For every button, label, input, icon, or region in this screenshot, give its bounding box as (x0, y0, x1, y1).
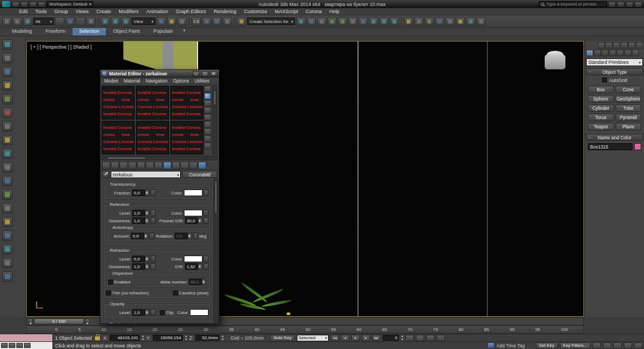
fresnel-ior-spinner[interactable]: 30,0 (185, 217, 202, 224)
menu-item-options[interactable]: Options (170, 78, 192, 84)
keyboard-override-icon[interactable] (177, 17, 187, 26)
use-pivot-center-icon[interactable] (157, 17, 166, 26)
tab-freeform[interactable]: Freeform (39, 27, 73, 36)
y-coord-field[interactable]: 15059,154 (153, 335, 183, 341)
menu-item-maxscript[interactable]: MAXScript (271, 9, 302, 14)
thin-refraction-checkbox[interactable] (106, 291, 111, 295)
cameras-icon[interactable] (609, 50, 616, 56)
mirror-icon[interactable] (296, 17, 306, 26)
material-map-navigator-icon[interactable] (204, 143, 211, 149)
info-center-icon[interactable] (635, 2, 642, 7)
menu-item-edit[interactable]: Edit (15, 9, 32, 14)
menu-item-rendering[interactable]: Rendering (210, 9, 241, 14)
key-mode-toggle-icon[interactable] (593, 342, 601, 349)
next-key-icon[interactable] (362, 335, 370, 341)
map-slot-button[interactable] (151, 190, 156, 196)
material-sample-slot[interactable]: Invalid Coronacense InvaCorona LicenseIn… (136, 121, 169, 155)
parameters-scrollbar[interactable] (213, 179, 218, 323)
left-toolbar-icon-18[interactable] (2, 271, 13, 282)
percent-snap-icon[interactable] (212, 17, 222, 26)
select-by-material-icon[interactable] (204, 135, 211, 142)
set-key-button[interactable]: Set Key (536, 342, 558, 349)
time-slider-handle[interactable]: 0 / 100 (34, 318, 84, 324)
left-toolbar-icon-2[interactable] (2, 53, 13, 63)
teapot-button[interactable]: Teapot (588, 123, 614, 131)
menu-item-animation[interactable]: Animation (142, 9, 172, 14)
coord-system-dropdown[interactable]: View (132, 17, 156, 25)
3dsmax-logo-icon[interactable] (2, 1, 10, 7)
layer-manager-icon[interactable] (317, 17, 326, 26)
go-to-parent-icon[interactable] (181, 162, 189, 169)
translucency-color-swatch[interactable] (184, 190, 202, 196)
map-slot-button[interactable] (151, 217, 156, 224)
slot-horizontal-scrollbar[interactable] (102, 156, 218, 161)
selection-lock-icon[interactable] (95, 336, 100, 340)
refraction-glossiness-spinner[interactable]: 1,0 (132, 263, 150, 270)
zoom-extents-icon[interactable] (426, 335, 434, 341)
plane-button[interactable]: Plane (616, 123, 642, 131)
left-toolbar-icon-13[interactable] (2, 203, 13, 214)
search-input[interactable]: Type a keyword or phrase (539, 1, 607, 7)
play-animation-icon[interactable] (351, 335, 360, 341)
geometry-icon[interactable] (586, 50, 593, 56)
cone-button[interactable]: Cone (616, 86, 642, 93)
help-icon[interactable] (626, 2, 633, 7)
key-filters-button[interactable]: Key Filters... (560, 342, 591, 349)
create-tab-icon[interactable] (598, 42, 605, 49)
object-type-rollout[interactable]: Object Type (586, 68, 643, 75)
map-slot-button[interactable] (151, 256, 156, 262)
cylinder-button[interactable]: Cylinder (588, 104, 614, 112)
dispersion-enabled-checkbox[interactable] (108, 280, 113, 285)
current-frame-field[interactable]: 0 (383, 335, 399, 341)
reflection-glossiness-spinner[interactable]: 1,0 (132, 217, 150, 224)
unlink-selection-icon[interactable] (13, 17, 22, 26)
geosphere-button[interactable]: GeoSphere (616, 95, 642, 103)
rendered-frame-icon[interactable] (379, 17, 389, 26)
maximize-icon[interactable] (201, 71, 208, 76)
maxscript-mini-listener-macro[interactable] (0, 334, 53, 341)
track-bar[interactable]: 0 5 10 15 20 25 30 35 40 45 50 55 60 65 … (26, 326, 584, 334)
menu-item-group[interactable]: Group (51, 9, 72, 14)
fraction-spinner[interactable]: 0,0 (132, 190, 150, 196)
left-toolbar-icon-12[interactable] (2, 190, 13, 200)
angle-snap-icon[interactable] (202, 17, 211, 26)
maximize-viewport-icon[interactable] (634, 342, 642, 349)
align-icon[interactable] (307, 17, 316, 26)
map-slot-button[interactable] (204, 263, 208, 270)
shapes-icon[interactable] (594, 50, 601, 56)
select-manipulate-icon[interactable] (167, 17, 176, 26)
listener-box-icon[interactable] (16, 343, 23, 348)
sign-in-icon[interactable] (609, 2, 616, 7)
next-frame-icon[interactable] (85, 318, 90, 324)
tube-button[interactable]: Tube (616, 104, 642, 112)
corona-camera-icon[interactable] (445, 17, 455, 26)
go-to-end-icon[interactable] (372, 335, 380, 341)
systems-icon[interactable] (632, 50, 639, 56)
object-name-field[interactable]: Box1315 (588, 143, 633, 150)
add-time-tag[interactable]: Add Time Tag (497, 343, 525, 348)
go-forward-sibling-icon[interactable] (189, 162, 198, 169)
left-toolbar-icon-1[interactable] (2, 39, 13, 50)
orbit-icon[interactable] (624, 342, 632, 349)
material-sample-slot[interactable]: Invalid Coronacense InvaCorona LicenseIn… (170, 86, 204, 120)
graphite-ribbon-icon[interactable] (327, 17, 337, 26)
window-crossing-icon[interactable] (86, 17, 96, 26)
workspace-dropdown[interactable]: Workspace: Default (47, 1, 93, 7)
zoom-icon[interactable] (406, 335, 414, 341)
left-toolbar-icon-5[interactable] (2, 94, 13, 104)
save-icon[interactable] (12, 2, 19, 7)
slot-vertical-scrollbar[interactable] (212, 86, 217, 155)
material-name-dropdown[interactable]: zerkalouo (111, 171, 181, 178)
menu-item-help[interactable]: Help (326, 9, 344, 14)
map-slot-button[interactable] (204, 217, 208, 224)
x-coord-field[interactable]: 48103,191 (110, 335, 140, 341)
schematic-view-icon[interactable] (348, 17, 357, 26)
zoom-all-icon[interactable] (416, 335, 424, 341)
material-editor-titlebar[interactable]: Material Editor - zerkalouo (100, 70, 219, 78)
scene-wall-object[interactable] (123, 42, 198, 72)
material-map-navigator-icon[interactable] (198, 162, 206, 169)
corona-render-icon[interactable] (456, 17, 465, 26)
material-sample-slot[interactable]: Invalid Coronacense InvaCorona LicenseIn… (170, 121, 204, 155)
left-toolbar-icon-16[interactable] (2, 244, 13, 255)
rectangular-selection-icon[interactable] (76, 17, 85, 26)
